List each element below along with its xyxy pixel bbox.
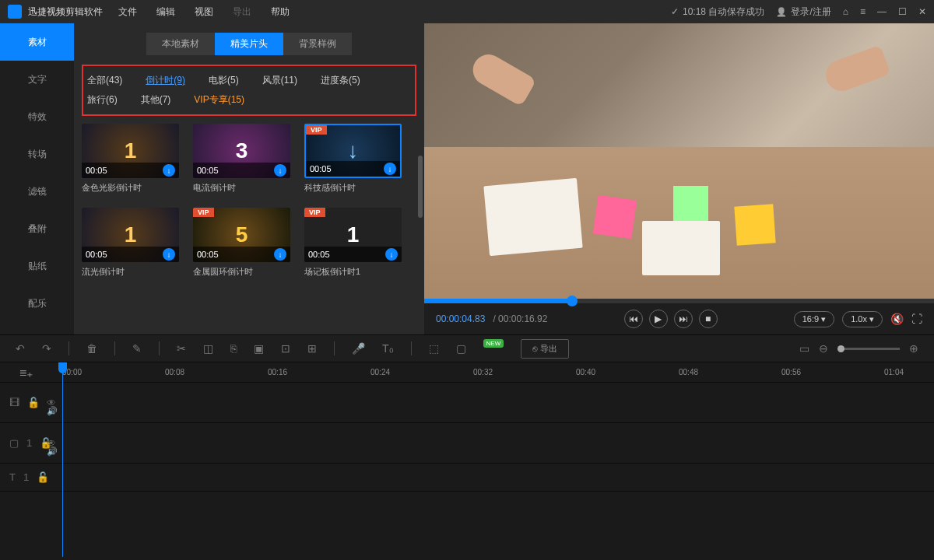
add-track-button[interactable]: ≡₊ (19, 366, 33, 380)
timeline-toolbar: ↶ ↷ 🗑 ✎ ✂ ◫ ⎘ ▣ ⊡ ⊞ 🎤 T₀ ⬚ ▢ NEW ⎋ 导出 ▭ … (0, 334, 934, 362)
subtab-background[interactable]: 背景样例 (283, 33, 352, 55)
overlay-track[interactable]: ▢ 1 🔓 👁 🔊 (0, 423, 934, 464)
prev-frame-button[interactable]: ⏮ (624, 310, 643, 328)
thumbnail-item[interactable]: VIP 1 00:05 ↓ 场记板倒计时1 (304, 208, 402, 278)
login-link[interactable]: 登录/注册 (776, 5, 830, 19)
sidebar-tab-effects[interactable]: 特效 (0, 98, 74, 135)
thumbnail[interactable]: VIP ↓ 00:05 ↓ (304, 124, 402, 178)
menu-help[interactable]: 帮助 (271, 5, 290, 19)
timeline: ≡₊ 00:0000:0800:1600:2400:3200:4000:4800… (0, 362, 934, 560)
sidebar-tab-transition[interactable]: 转场 (0, 135, 74, 173)
sidebar-tab-music[interactable]: 配乐 (0, 285, 74, 322)
sidebar-tab-overlay[interactable]: 叠附 (0, 210, 74, 247)
playhead[interactable] (62, 362, 63, 557)
export-button[interactable]: ⎋ 导出 (521, 339, 569, 359)
lock-icon[interactable]: 🔓 (37, 471, 49, 483)
thumbnail-item[interactable]: 3 00:05 ↓ 电流倒计时 (193, 124, 290, 194)
new-badge: NEW (483, 339, 504, 348)
category-item[interactable]: 全部(43) (87, 74, 122, 87)
sidebar-tab-material[interactable]: 素材 (0, 23, 74, 61)
stop-button[interactable]: ■ (699, 310, 718, 328)
download-icon[interactable]: ↓ (163, 248, 175, 261)
thumbnail-duration: 00:05 (86, 166, 107, 175)
text-button[interactable]: T₀ (382, 342, 394, 355)
category-item[interactable]: 进度条(5) (321, 74, 360, 87)
next-frame-button[interactable]: ⏭ (674, 310, 693, 328)
speaker-icon[interactable]: 🔊 (47, 406, 58, 416)
menu-view[interactable]: 视图 (195, 5, 213, 19)
delete-button[interactable]: 🗑 (86, 342, 97, 355)
category-item[interactable]: 倒计时(9) (146, 74, 185, 87)
minimize-button[interactable]: — (877, 6, 887, 17)
fit-button[interactable]: ▭ (799, 342, 809, 355)
category-item[interactable]: 电影(5) (209, 74, 239, 87)
download-icon[interactable]: ↓ (385, 248, 398, 261)
category-item[interactable]: 其他(7) (141, 93, 171, 107)
cut-button[interactable]: ✂ (177, 342, 186, 355)
tool-button-3[interactable]: ⊞ (307, 342, 317, 355)
mic-button[interactable]: 🎤 (352, 342, 365, 355)
fullscreen-icon[interactable]: ⛶ (911, 313, 922, 325)
menu-edit[interactable]: 编辑 (156, 5, 175, 19)
tool-button-2[interactable]: ⊡ (281, 342, 290, 355)
split-button[interactable]: ⎘ (230, 342, 237, 355)
download-icon[interactable]: ↓ (163, 164, 175, 177)
zoom-slider[interactable] (837, 348, 900, 350)
redo-button[interactable]: ↷ (42, 342, 51, 355)
time-ruler[interactable]: ≡₊ 00:0000:0800:1600:2400:3200:4000:4800… (0, 362, 934, 383)
thumbnail-item[interactable]: VIP 5 00:05 ↓ 金属圆环倒计时 (193, 208, 290, 278)
speaker-icon[interactable]: 🔊 (47, 446, 58, 457)
aspect-ratio-selector[interactable]: 16:9 ▾ (794, 311, 834, 327)
thumbnail-item[interactable]: 1 00:05 ↓ 流光倒计时 (82, 208, 179, 278)
download-icon[interactable]: ↓ (274, 164, 286, 177)
text-track[interactable]: T 1 🔓 (0, 464, 934, 492)
crop-button[interactable]: ◫ (203, 342, 213, 355)
lock-icon[interactable]: 🔓 (27, 397, 40, 408)
thumbnail[interactable]: VIP 5 00:05 ↓ (193, 208, 290, 262)
thumbnail-grid: 1 00:05 ↓ 金色光影倒计时 3 00:05 ↓ 电流倒计时 VIP ↓ … (82, 124, 416, 278)
thumbnail[interactable]: 1 00:05 ↓ (82, 124, 179, 178)
panel-scrollbar[interactable] (418, 156, 423, 218)
thumbnail[interactable]: VIP 1 00:05 ↓ (304, 208, 402, 262)
speed-selector[interactable]: 1.0x ▾ (842, 311, 883, 327)
thumbnail-item[interactable]: VIP ↓ 00:05 ↓ 科技感倒计时 (304, 124, 402, 194)
maximize-button[interactable]: ☐ (898, 6, 907, 17)
thumbnail[interactable]: 1 00:05 ↓ (82, 208, 179, 262)
subtab-intro[interactable]: 精美片头 (215, 33, 283, 55)
preview-video[interactable] (424, 23, 934, 299)
menu-icon[interactable]: ≡ (860, 6, 866, 17)
time-tick: 01:04 (884, 368, 904, 376)
menu-file[interactable]: 文件 (118, 5, 137, 19)
sidebar-tab-filter[interactable]: 滤镜 (0, 173, 74, 210)
volume-icon[interactable]: 🔇 (890, 313, 904, 325)
category-item[interactable]: VIP专享(15) (194, 93, 244, 107)
category-item[interactable]: 风景(11) (262, 74, 297, 87)
tool-button-1[interactable]: ▣ (254, 342, 264, 355)
play-button[interactable]: ▶ (649, 310, 668, 328)
preview-progress[interactable] (424, 299, 934, 303)
tool-button-4[interactable]: ⬚ (429, 342, 439, 355)
download-icon[interactable]: ↓ (274, 248, 286, 261)
vip-badge: VIP (306, 125, 327, 135)
undo-button[interactable]: ↶ (16, 342, 25, 355)
text-track-icon: T (9, 471, 16, 483)
category-item[interactable]: 旅行(6) (87, 93, 118, 107)
download-icon[interactable]: ↓ (384, 163, 396, 175)
subtab-local[interactable]: 本地素材 (146, 33, 215, 55)
autosave-status: 10:18 自动保存成功 (671, 5, 764, 19)
tool-button-5[interactable]: ▢ (456, 342, 466, 355)
edit-button[interactable]: ✎ (132, 342, 142, 355)
menu-export[interactable]: 导出 (233, 5, 251, 19)
thumbnail-item[interactable]: 1 00:05 ↓ 金色光影倒计时 (82, 124, 179, 194)
thumbnail[interactable]: 3 00:05 ↓ (193, 124, 290, 178)
zoom-out-button[interactable]: ⊖ (819, 342, 828, 355)
zoom-in-button[interactable]: ⊕ (909, 342, 918, 355)
close-button[interactable]: ✕ (918, 6, 926, 17)
sidebar-tab-text[interactable]: 文字 (0, 61, 74, 98)
total-timecode: 00:00:16.92 (498, 313, 547, 324)
home-icon[interactable]: ⌂ (843, 6, 848, 17)
current-timecode: 00:00:04.83 (436, 313, 485, 324)
video-track[interactable]: 🎞 🔓 👁 🔊 (0, 383, 934, 423)
progress-handle[interactable] (567, 296, 578, 306)
sidebar-tab-sticker[interactable]: 贴纸 (0, 247, 74, 285)
